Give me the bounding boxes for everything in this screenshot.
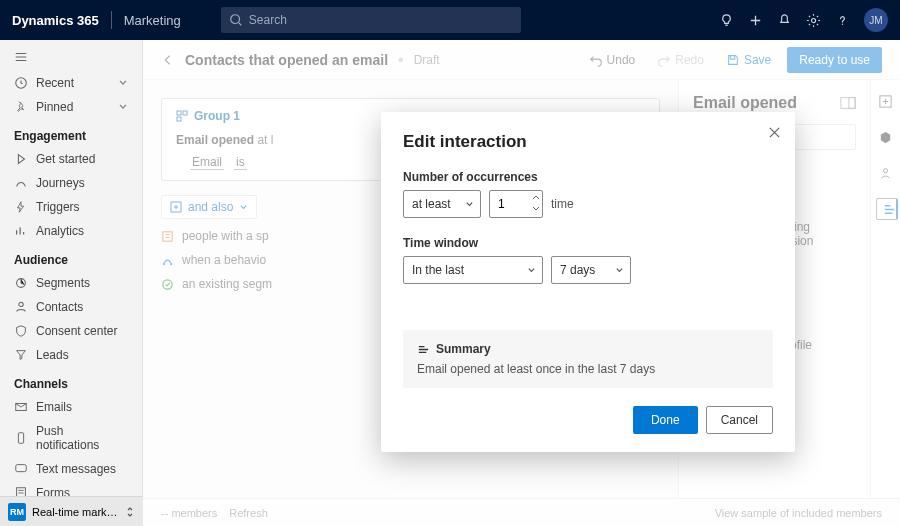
spin-up-icon[interactable] <box>532 193 540 203</box>
svg-rect-10 <box>16 465 27 472</box>
svg-point-4 <box>842 23 843 24</box>
svg-point-0 <box>231 15 240 24</box>
nav-analytics[interactable]: Analytics <box>0 219 142 243</box>
nav-contacts[interactable]: Contacts <box>0 295 142 319</box>
nav-consent[interactable]: Consent center <box>0 319 142 343</box>
sms-icon <box>14 462 28 476</box>
app-name: Marketing <box>124 13 181 28</box>
nav-label: Contacts <box>36 300 83 314</box>
user-avatar[interactable]: JM <box>864 8 888 32</box>
nav-label: Emails <box>36 400 72 414</box>
nav-label: Journeys <box>36 176 85 190</box>
svg-point-7 <box>19 302 23 306</box>
nav-segments[interactable]: Segments <box>0 271 142 295</box>
occurrences-operator-select[interactable]: at least <box>403 190 481 218</box>
svg-rect-9 <box>18 433 23 444</box>
global-search-input[interactable] <box>221 7 521 33</box>
global-header: Dynamics 365 Marketing JM <box>0 0 900 40</box>
nav-recent[interactable]: Recent <box>0 71 142 95</box>
leads-icon <box>14 348 28 362</box>
modal-title: Edit interaction <box>403 132 773 152</box>
mail-icon <box>14 400 28 414</box>
chart-icon <box>14 224 28 238</box>
help-icon[interactable] <box>835 13 850 28</box>
nav-heading-audience: Audience <box>0 243 142 271</box>
nav-get-started[interactable]: Get started <box>0 147 142 171</box>
environment-picker[interactable]: RM Real-time marketi… <box>0 496 143 526</box>
global-search[interactable] <box>221 7 521 33</box>
nav-label: Recent <box>36 76 74 90</box>
clock-icon <box>14 76 28 90</box>
chevron-down-icon <box>615 266 624 275</box>
brand-name: Dynamics 365 <box>12 13 99 28</box>
bell-icon[interactable] <box>777 13 792 28</box>
nav-heading-channels: Channels <box>0 367 142 395</box>
edit-interaction-modal: Edit interaction Number of occurrences a… <box>381 112 795 452</box>
nav-label: Push notifications <box>36 424 128 452</box>
window-value-select[interactable]: 7 days <box>551 256 631 284</box>
person-icon <box>14 300 28 314</box>
pin-icon <box>14 100 28 114</box>
spin-down-icon[interactable] <box>532 203 540 213</box>
play-icon <box>14 152 28 166</box>
nav-journeys[interactable]: Journeys <box>0 171 142 195</box>
chevron-down-icon <box>465 200 474 209</box>
svg-line-1 <box>238 23 241 26</box>
brand-divider <box>111 11 112 29</box>
summary-box: Summary Email opened at least once in th… <box>403 330 773 388</box>
segment-icon <box>14 276 28 290</box>
gear-icon[interactable] <box>806 13 821 28</box>
nav-heading-engagement: Engagement <box>0 119 142 147</box>
cancel-button[interactable]: Cancel <box>706 406 773 434</box>
plus-icon[interactable] <box>748 13 763 28</box>
lightbulb-icon[interactable] <box>719 13 734 28</box>
hamburger-icon[interactable] <box>14 50 28 64</box>
nav-label: Segments <box>36 276 90 290</box>
nav-label: Text messages <box>36 462 116 476</box>
window-mode-select[interactable]: In the last <box>403 256 543 284</box>
nav-sms[interactable]: Text messages <box>0 457 142 481</box>
updown-icon <box>125 506 135 518</box>
nav-leads[interactable]: Leads <box>0 343 142 367</box>
done-button[interactable]: Done <box>633 406 698 434</box>
nav-label: Analytics <box>36 224 84 238</box>
window-label: Time window <box>403 236 773 250</box>
nav-label: Triggers <box>36 200 80 214</box>
summary-icon <box>417 343 430 356</box>
push-icon <box>14 431 28 445</box>
close-icon[interactable] <box>768 126 781 139</box>
chevron-down-icon <box>527 266 536 275</box>
journey-icon <box>14 176 28 190</box>
nav-label: Pinned <box>36 100 73 114</box>
nav-label: Get started <box>36 152 95 166</box>
nav-triggers[interactable]: Triggers <box>0 195 142 219</box>
nav-label: Leads <box>36 348 69 362</box>
occurrences-unit: time <box>551 197 574 211</box>
header-actions: JM <box>719 8 888 32</box>
nav-pinned[interactable]: Pinned <box>0 95 142 119</box>
search-icon <box>229 13 243 27</box>
left-nav: Recent Pinned Engagement Get started Jou… <box>0 40 143 526</box>
main-content: Contacts that opened an email • Draft Un… <box>143 40 900 526</box>
summary-text: Email opened at least once in the last 7… <box>417 362 759 376</box>
environment-badge: RM <box>8 503 26 521</box>
chevron-down-icon <box>118 102 128 112</box>
svg-point-3 <box>811 18 815 22</box>
nav-emails[interactable]: Emails <box>0 395 142 419</box>
nav-label: Consent center <box>36 324 117 338</box>
nav-push[interactable]: Push notifications <box>0 419 142 457</box>
occurrences-label: Number of occurrences <box>403 170 773 184</box>
environment-name: Real-time marketi… <box>32 506 119 518</box>
chevron-down-icon <box>118 78 128 88</box>
occurrences-value-input[interactable]: 1 <box>489 190 543 218</box>
shield-icon <box>14 324 28 338</box>
trigger-icon <box>14 200 28 214</box>
